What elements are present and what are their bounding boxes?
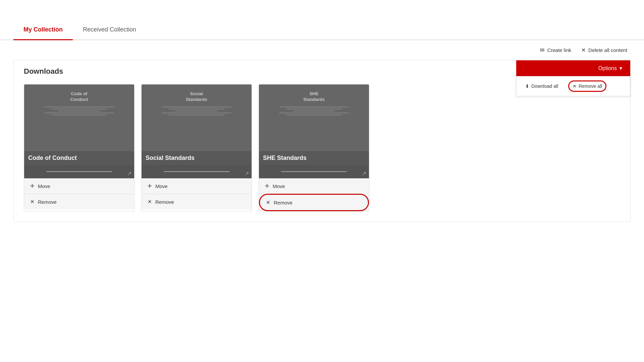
bookmark-icon-3: ↗ (362, 170, 366, 177)
options-button[interactable]: Options ▾ (516, 60, 630, 76)
tab-received-collection[interactable]: Received Collection (73, 20, 146, 40)
card-title-3: SHE Standards (259, 151, 369, 165)
delete-all-button[interactable]: ✕ Delete all content (581, 47, 627, 53)
card-footer-1 (24, 165, 134, 178)
card-code-of-conduct: Code of Conduct Code of Conduct (24, 84, 135, 212)
remove-button-2[interactable]: ✕ Remove (142, 194, 252, 209)
close-icon-3: ✕ (266, 199, 270, 205)
card-actions-3: ✛ Move ✕ Remove (259, 178, 369, 211)
download-all-button[interactable]: ⬇ Download all (522, 81, 561, 91)
options-label: Options (598, 65, 617, 71)
card-doc-lines-1 (44, 105, 114, 117)
card-title-1: Code of Conduct (24, 151, 134, 165)
chevron-down-icon: ▾ (620, 65, 622, 71)
card-footer-2 (142, 165, 252, 178)
options-area: Options ▾ ⬇ Download all ✕ Remove all (516, 60, 630, 96)
move-icon-2: ✛ (148, 183, 152, 189)
remove-button-1[interactable]: ✕ Remove (24, 194, 134, 209)
download-icon: ⬇ (525, 83, 529, 89)
card-doc-lines-2 (162, 105, 232, 117)
card-doc-title-3: SHE Standards (303, 91, 325, 103)
close-icon-1: ✕ (30, 199, 35, 205)
create-link-button[interactable]: ✉ Create link (540, 47, 571, 53)
remove-all-button[interactable]: ✕ Remove all (568, 80, 606, 92)
tab-my-collection[interactable]: My Collection (13, 20, 73, 40)
close-icon: ✕ (581, 47, 586, 53)
bookmark-icon-1: ↗ (127, 170, 131, 177)
move-button-1[interactable]: ✛ Move (24, 178, 134, 194)
bookmark-icon-2: ↗ (245, 170, 249, 177)
move-button-2[interactable]: ✛ Move (142, 178, 252, 194)
card-social-standards: Social Standards Social Standards (141, 84, 252, 212)
card-she-standards: SHE Standards SHE Standards (259, 84, 369, 212)
tabs-container: My Collection Received Collection (0, 20, 644, 40)
card-image-1: Code of Conduct Code of Conduct (24, 84, 134, 178)
downloads-section: Downloads Options ▾ ⬇ Download all ✕ Rem… (13, 60, 631, 222)
card-title-2: Social Standards (142, 151, 252, 165)
card-image-3: SHE Standards SHE Standards (259, 84, 369, 178)
card-doc-lines-3 (279, 105, 349, 117)
card-doc-title-1: Code of Conduct (70, 91, 88, 103)
cards-grid: Code of Conduct Code of Conduct (24, 84, 620, 212)
card-actions-2: ✛ Move ✕ Remove (142, 178, 252, 209)
close-icon-2: ✕ (148, 199, 152, 205)
card-image-2: Social Standards Social Standards (142, 84, 252, 178)
card-footer-3 (259, 165, 369, 178)
card-doc-title-2: Social Standards (186, 91, 207, 103)
mail-icon: ✉ (540, 47, 544, 53)
main-content: Downloads Options ▾ ⬇ Download all ✕ Rem… (0, 60, 644, 235)
close-icon: ✕ (573, 83, 577, 89)
toolbar: ✉ Create link ✕ Delete all content (0, 40, 644, 60)
remove-button-3[interactable]: ✕ Remove (259, 194, 369, 211)
move-icon-1: ✛ (30, 183, 35, 189)
move-icon-3: ✛ (265, 183, 269, 189)
move-button-3[interactable]: ✛ Move (259, 178, 369, 194)
card-actions-1: ✛ Move ✕ Remove (24, 178, 134, 209)
options-dropdown: ⬇ Download all ✕ Remove all (516, 76, 630, 96)
